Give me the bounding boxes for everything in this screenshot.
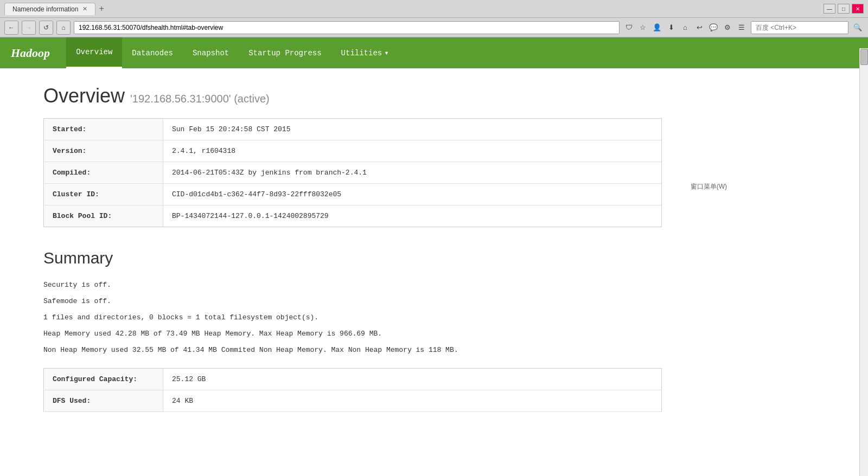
row-value: 25.12 GB [163, 369, 662, 390]
summary-line: Non Heap Memory used 32.55 MB of 41.34 M… [43, 343, 716, 357]
close-button[interactable]: ✕ [852, 4, 864, 14]
search-icon[interactable]: 🔍 [852, 22, 864, 34]
row-value: CID-d01cd4b1-c362-44f7-8d93-22fff8032e05 [163, 184, 662, 205]
utilities-arrow-icon: ▾ [384, 48, 388, 57]
row-label: DFS Used: [44, 390, 163, 412]
row-label: Cluster ID: [44, 184, 163, 205]
row-label: Configured Capacity: [44, 369, 163, 390]
row-label: Version: [44, 140, 163, 162]
overview-table: Started:Sun Feb 15 20:24:58 CST 2015Vers… [43, 118, 662, 227]
scrollbar[interactable] [859, 48, 868, 428]
chat-icon[interactable]: 💬 [707, 22, 719, 34]
row-value: BP-1434072144-127.0.0.1-1424002895729 [163, 205, 662, 227]
forward-button[interactable]: → [22, 21, 36, 35]
row-value: 2.4.1, r1604318 [163, 140, 662, 162]
main-navbar: Hadoop Overview Datanodes Snapshot Start… [0, 37, 868, 68]
table-row: Started:Sun Feb 15 20:24:58 CST 2015 [44, 119, 662, 140]
menu-icon[interactable]: ☰ [736, 22, 748, 34]
table-row: DFS Used:24 KB [44, 390, 662, 412]
summary-table: Configured Capacity:25.12 GBDFS Used:24 … [43, 368, 662, 412]
brand-logo[interactable]: Hadoop [11, 46, 50, 60]
table-row: Cluster ID:CID-d01cd4b1-c362-44f7-8d93-2… [44, 184, 662, 205]
nav-item-datanodes[interactable]: Datanodes [122, 37, 183, 68]
summary-line: Safemode is off. [43, 294, 716, 308]
utilities-label: Utilities [341, 49, 382, 57]
back-button[interactable]: ← [4, 21, 18, 35]
download-icon[interactable]: ⬇ [665, 22, 677, 34]
browser-tab[interactable]: Namenode information ✕ [4, 3, 95, 15]
summary-text-block: Security is off.Safemode is off.1 files … [43, 278, 716, 357]
tab-title: Namenode information [12, 5, 78, 13]
row-value: Sun Feb 15 20:24:58 CST 2015 [163, 119, 662, 140]
window-menu-link[interactable]: 窗口菜单(W) [691, 182, 727, 191]
security-icon: 🛡 [623, 22, 635, 34]
home-button[interactable]: ⌂ [56, 21, 71, 35]
table-row: Compiled:2014-06-21T05:43Z by jenkins fr… [44, 162, 662, 184]
browser-home-icon[interactable]: ⌂ [679, 22, 691, 34]
address-input[interactable] [74, 21, 620, 34]
row-label: Started: [44, 119, 163, 140]
summary-line: Security is off. [43, 278, 716, 292]
summary-line: 1 files and directories, 0 blocks = 1 to… [43, 311, 716, 325]
maximize-button[interactable]: □ [838, 4, 850, 14]
history-icon[interactable]: ↩ [693, 22, 705, 34]
page-subtitle: '192.168.56.31:9000' (active) [130, 93, 270, 105]
search-input[interactable] [751, 21, 848, 34]
page-title: Overview '192.168.56.31:9000' (active) [43, 85, 716, 107]
summary-line: Heap Memory used 42.28 MB of 73.49 MB He… [43, 327, 716, 341]
window-controls: — □ ✕ [824, 4, 864, 14]
table-row: Version:2.4.1, r1604318 [44, 140, 662, 162]
row-label: Block Pool ID: [44, 205, 163, 227]
row-value: 2014-06-21T05:43Z by jenkins from branch… [163, 162, 662, 184]
row-value: 24 KB [163, 390, 662, 412]
table-row: Configured Capacity:25.12 GB [44, 369, 662, 390]
nav-item-snapshot[interactable]: Snapshot [183, 37, 239, 68]
tab-close-icon[interactable]: ✕ [82, 5, 87, 12]
minimize-button[interactable]: — [824, 4, 835, 14]
row-label: Compiled: [44, 162, 163, 184]
nav-item-utilities[interactable]: Utilities ▾ [331, 37, 399, 68]
new-tab-button[interactable]: + [97, 4, 106, 14]
scrollbar-thumb[interactable] [860, 49, 868, 65]
table-row: Block Pool ID:BP-1434072144-127.0.0.1-14… [44, 205, 662, 227]
nav-item-startup-progress[interactable]: Startup Progress [239, 37, 331, 68]
bookmarks-icon[interactable]: ☆ [637, 22, 649, 34]
reload-button[interactable]: ↺ [39, 21, 53, 35]
settings-icon[interactable]: ⚙ [722, 22, 733, 34]
nav-item-overview[interactable]: Overview [66, 37, 122, 68]
summary-title: Summary [43, 249, 716, 267]
auto-fill-icon[interactable]: 👤 [651, 22, 663, 34]
